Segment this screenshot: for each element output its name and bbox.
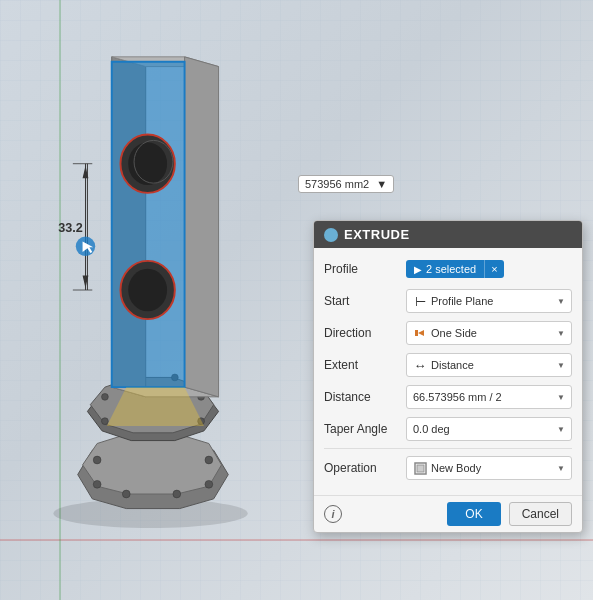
operation-icon: [413, 461, 427, 475]
extent-icon: ↔: [413, 358, 427, 372]
distance-value: 66.573956 mm / 2: [413, 391, 502, 403]
svg-point-6: [93, 456, 101, 464]
svg-marker-25: [185, 57, 219, 397]
svg-point-13: [173, 490, 181, 498]
taper-angle-value: 0.0 deg: [413, 423, 450, 435]
profile-label: Profile: [324, 262, 406, 276]
svg-rect-42: [415, 330, 418, 336]
distance-select[interactable]: 66.573956 mm / 2 ▼: [406, 385, 572, 409]
operation-select-content: New Body: [413, 461, 557, 475]
viewport[interactable]: 33.2 573956 mm2 ▼ EXTRUDE Profile: [0, 0, 593, 600]
svg-rect-45: [417, 465, 424, 472]
operation-row: Operation New Body ▼: [324, 455, 572, 481]
distance-dropdown-arrow: ▼: [557, 393, 565, 402]
direction-select-content: One Side: [413, 326, 557, 340]
profile-pill-button[interactable]: ▶ 2 selected: [406, 260, 484, 278]
direction-select[interactable]: One Side ▼: [406, 321, 572, 345]
dialog-footer: i OK Cancel: [314, 495, 582, 532]
dialog-title: EXTRUDE: [344, 227, 410, 242]
direction-value: One Side: [431, 327, 477, 339]
3d-model: 33.2: [0, 0, 340, 580]
start-value: Profile Plane: [431, 295, 493, 307]
dialog-title-icon: [324, 228, 338, 242]
extent-dropdown-arrow: ▼: [557, 361, 565, 370]
measurement-label[interactable]: 573956 mm2 ▼: [298, 175, 394, 193]
extent-select[interactable]: ↔ Distance ▼: [406, 353, 572, 377]
taper-angle-row: Taper Angle 0.0 deg ▼: [324, 416, 572, 442]
extent-label: Extent: [324, 358, 406, 372]
cancel-button[interactable]: Cancel: [509, 502, 572, 526]
start-icon: ⊢: [413, 294, 427, 308]
svg-point-9: [205, 480, 213, 488]
operation-select[interactable]: New Body ▼: [406, 456, 572, 480]
svg-marker-26: [112, 62, 185, 387]
ok-button[interactable]: OK: [447, 502, 500, 526]
cursor-icon: ▶: [414, 264, 422, 275]
svg-text:33.2: 33.2: [58, 221, 83, 235]
operation-dropdown-arrow: ▼: [557, 464, 565, 473]
distance-row: Distance 66.573956 mm / 2 ▼: [324, 384, 572, 410]
svg-point-16: [102, 393, 109, 400]
taper-angle-select-content: 0.0 deg: [413, 423, 557, 435]
dialog-body: Profile ▶ 2 selected × Start ⊢: [314, 248, 582, 495]
svg-marker-5: [83, 434, 222, 494]
profile-close-button[interactable]: ×: [484, 260, 503, 278]
distance-label: Distance: [324, 390, 406, 404]
close-icon: ×: [491, 263, 497, 275]
direction-row: Direction One Side ▼: [324, 320, 572, 346]
profile-selected-text: 2 selected: [426, 263, 476, 275]
start-row: Start ⊢ Profile Plane ▼: [324, 288, 572, 314]
direction-icon: [413, 326, 427, 340]
extent-row: Extent ↔ Distance ▼: [324, 352, 572, 378]
info-icon-text: i: [331, 508, 334, 520]
svg-marker-43: [418, 330, 424, 336]
extent-select-content: ↔ Distance: [413, 358, 557, 372]
dialog-titlebar: EXTRUDE: [314, 221, 582, 248]
direction-dropdown-arrow: ▼: [557, 329, 565, 338]
start-dropdown-arrow: ▼: [557, 297, 565, 306]
profile-control: ▶ 2 selected ×: [406, 260, 572, 278]
taper-angle-dropdown-arrow: ▼: [557, 425, 565, 434]
svg-point-8: [93, 480, 101, 488]
start-select-content: ⊢ Profile Plane: [413, 294, 557, 308]
distance-select-content: 66.573956 mm / 2: [413, 391, 557, 403]
svg-point-18: [102, 418, 109, 425]
footer-buttons: OK Cancel: [447, 502, 572, 526]
operation-label: Operation: [324, 461, 406, 475]
svg-point-7: [205, 456, 213, 464]
svg-point-12: [122, 490, 130, 498]
info-icon[interactable]: i: [324, 505, 342, 523]
dialog-separator: [324, 448, 572, 449]
profile-row: Profile ▶ 2 selected ×: [324, 256, 572, 282]
extrude-dialog: EXTRUDE Profile ▶ 2 selected × St: [313, 220, 583, 533]
measurement-value: 573956 mm2: [305, 178, 369, 190]
extent-value: Distance: [431, 359, 474, 371]
operation-value: New Body: [431, 462, 481, 474]
start-select[interactable]: ⊢ Profile Plane ▼: [406, 289, 572, 313]
direction-label: Direction: [324, 326, 406, 340]
measurement-dropdown-arrow: ▼: [376, 178, 387, 190]
svg-point-31: [128, 269, 167, 312]
taper-angle-label: Taper Angle: [324, 422, 406, 436]
start-label: Start: [324, 294, 406, 308]
taper-angle-select[interactable]: 0.0 deg ▼: [406, 417, 572, 441]
